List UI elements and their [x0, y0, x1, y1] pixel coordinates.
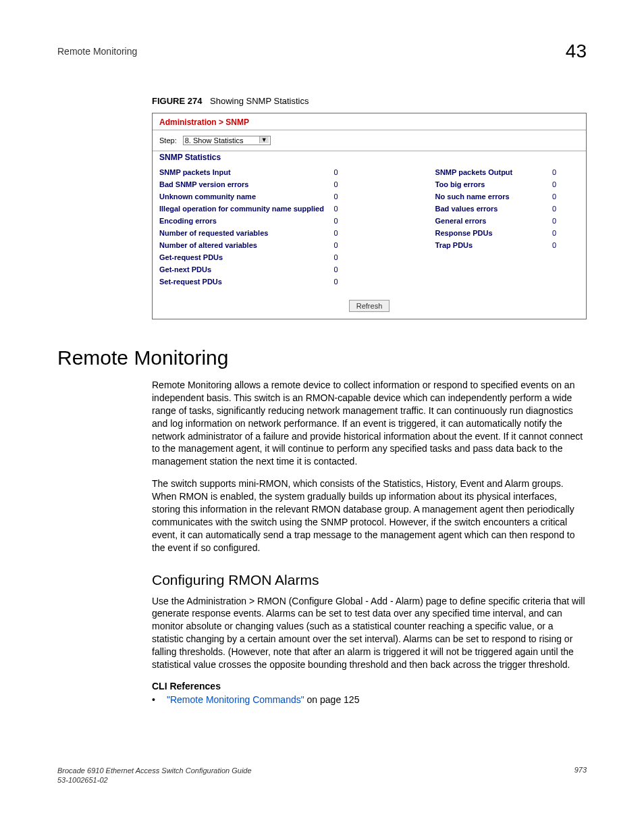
stat-value: 0	[552, 217, 579, 225]
section-p2: The switch supports mini-RMON, which con…	[152, 477, 587, 554]
stat-value: 0	[334, 278, 361, 286]
stat-value: 0	[552, 241, 579, 249]
stat-row: Trap PDUs0	[361, 239, 579, 251]
step-row: Step: 8. Show Statistics ▼	[153, 130, 586, 151]
chapter-number: 43	[566, 41, 587, 62]
step-dropdown[interactable]: 8. Show Statistics ▼	[183, 136, 271, 145]
stat-row: No such name errors0	[361, 190, 579, 203]
header-section: Remote Monitoring	[57, 46, 137, 57]
stat-value: 0	[552, 192, 579, 201]
stat-label: No such name errors	[361, 192, 552, 201]
stat-value: 0	[334, 265, 361, 273]
stat-value: 0	[334, 205, 361, 213]
stat-value: 0	[552, 180, 579, 188]
step-label: Step:	[159, 136, 177, 145]
stat-row: General errors0	[361, 215, 579, 227]
stat-label: Unknown community name	[159, 192, 334, 201]
stat-row: Number of altered variables0	[159, 239, 361, 251]
stat-label: Number of requested variables	[159, 229, 334, 237]
stat-value: 0	[552, 168, 579, 176]
stat-value: 0	[552, 229, 579, 237]
stat-row: Encoding errors0	[159, 215, 361, 227]
figure-label: FIGURE 274	[152, 96, 202, 106]
chevron-down-icon: ▼	[259, 136, 269, 143]
stat-label: Bad SNMP version errors	[159, 180, 334, 188]
stat-row: Number of requested variables0	[159, 227, 361, 239]
page-footer: Brocade 6910 Ethernet Access Switch Conf…	[57, 766, 587, 785]
stat-label: Set-request PDUs	[159, 278, 334, 286]
stat-label: Trap PDUs	[361, 241, 552, 249]
stat-value: 0	[334, 192, 361, 201]
stat-label: Response PDUs	[361, 229, 552, 237]
stat-row: Too big errors0	[361, 178, 579, 190]
stat-label: Bad values errors	[361, 205, 552, 213]
stat-label: Get-next PDUs	[159, 265, 334, 273]
footer-line2: 53-1002651-02	[57, 775, 252, 785]
stat-row: Bad values errors0	[361, 203, 579, 215]
stats-col-right: SNMP packets Output0Too big errors0No su…	[361, 166, 579, 288]
step-value: 8. Show Statistics	[185, 136, 244, 145]
refresh-button[interactable]: Refresh	[349, 300, 390, 312]
subsection-p1: Use the Administration > RMON (Configure…	[152, 595, 587, 671]
stat-row: Get-next PDUs0	[159, 263, 361, 276]
stat-value: 0	[334, 168, 361, 176]
stat-value: 0	[334, 180, 361, 188]
stat-value: 0	[334, 229, 361, 237]
cli-bullet: • "Remote Monitoring Commands" on page 1…	[152, 694, 587, 705]
stats-title: SNMP Statistics	[153, 151, 586, 166]
stat-label: SNMP packets Output	[361, 168, 552, 176]
page-header: Remote Monitoring 43	[57, 41, 587, 62]
breadcrumb: Administration > SNMP	[153, 113, 586, 130]
bullet-icon: •	[152, 694, 167, 705]
cli-text: "Remote Monitoring Commands" on page 125	[167, 694, 359, 705]
figure-panel: Administration > SNMP Step: 8. Show Stat…	[152, 113, 587, 319]
stat-row: Response PDUs0	[361, 227, 579, 239]
stats-col-left: SNMP packets Input0Bad SNMP version erro…	[159, 166, 361, 288]
cli-references-heading: CLI References	[152, 681, 587, 692]
stat-value: 0	[334, 241, 361, 249]
stat-row: Unknown community name0	[159, 190, 361, 203]
stat-row: Illegal operation for community name sup…	[159, 203, 361, 215]
stat-label: General errors	[361, 217, 552, 225]
stat-value: 0	[334, 253, 361, 261]
stat-label: Encoding errors	[159, 217, 334, 225]
stat-value: 0	[552, 205, 579, 213]
stats-grid: SNMP packets Input0Bad SNMP version erro…	[153, 166, 586, 294]
stat-label: Too big errors	[361, 180, 552, 188]
page-number: 973	[574, 766, 587, 785]
stat-value: 0	[334, 217, 361, 225]
figure-title: Showing SNMP Statistics	[210, 96, 308, 106]
cli-link[interactable]: "Remote Monitoring Commands"	[167, 694, 304, 705]
stat-label: Get-request PDUs	[159, 253, 334, 261]
stat-row: Bad SNMP version errors0	[159, 178, 361, 190]
cli-tail: on page 125	[304, 694, 360, 705]
figure-caption: FIGURE 274 Showing SNMP Statistics	[152, 96, 587, 106]
footer-line1: Brocade 6910 Ethernet Access Switch Conf…	[57, 766, 252, 775]
stat-row: SNMP packets Input0	[159, 166, 361, 178]
stat-row: Set-request PDUs0	[159, 276, 361, 288]
stat-label: Number of altered variables	[159, 241, 334, 249]
refresh-row: Refresh	[153, 294, 586, 319]
stat-label: SNMP packets Input	[159, 168, 334, 176]
stat-label: Illegal operation for community name sup…	[159, 205, 334, 213]
section-p1: Remote Monitoring allows a remote device…	[152, 379, 587, 468]
subsection-heading: Configuring RMON Alarms	[152, 572, 587, 588]
stat-row: Get-request PDUs0	[159, 251, 361, 263]
stat-row: SNMP packets Output0	[361, 166, 579, 178]
section-heading: Remote Monitoring	[57, 346, 587, 369]
